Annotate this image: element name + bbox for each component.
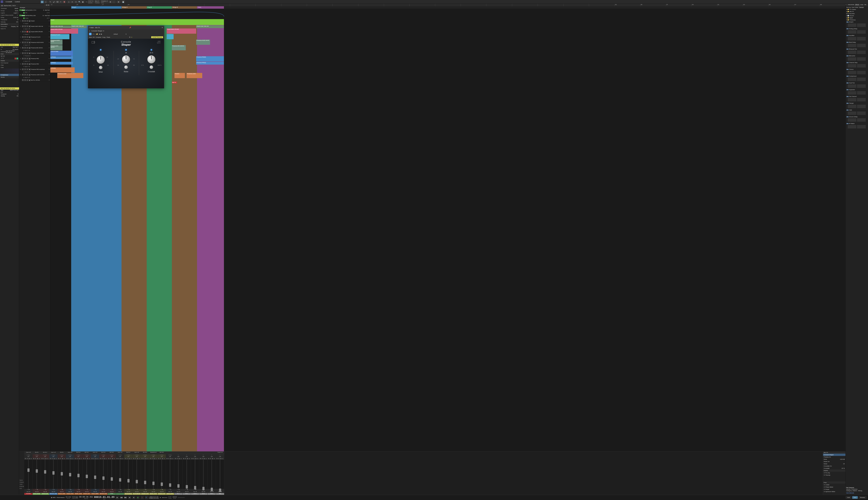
ruler-tick[interactable] — [204, 4, 230, 6]
search-tool[interactable]: 🔍 — [78, 1, 81, 3]
noise-led[interactable] — [125, 49, 127, 50]
clip[interactable]: -SUB ATOMIK — [50, 51, 73, 56]
drive-knob[interactable] — [96, 55, 105, 64]
track-input[interactable]: ⊳ Presence 3 — [19, 38, 50, 41]
marker-row[interactable]: Drop ABridge ADrop BBridge BOutro — [50, 6, 253, 9]
save-tool[interactable]: 💾 — [122, 1, 125, 3]
folder-icon[interactable]: 📁 — [96, 33, 98, 35]
clip[interactable]: Mai Ta — [172, 82, 177, 83]
insert-item[interactable]: Fat Channel — [0, 62, 19, 64]
track-row[interactable]: 11MS●◉Presence-LEAD GUITAR〰 — [19, 73, 50, 76]
drive-led[interactable] — [100, 49, 101, 50]
mute-tool[interactable]: 🔇 — [63, 1, 66, 3]
tool-a[interactable]: ⊳ — [71, 1, 74, 3]
ruler-tick[interactable] — [153, 4, 179, 6]
track-row[interactable]: 3MS●◉Impact-MAIN DRUMS〰 — [19, 30, 50, 33]
track-row[interactable]: 7MS●◉Presence- SUB ATOMIK〰 — [19, 52, 50, 55]
paste-button[interactable]: Paste — [106, 36, 110, 38]
ruler-tick[interactable]: 17 — [102, 4, 127, 6]
clip[interactable]: Impact-MAIN DRUMS — [167, 29, 196, 34]
plugin-slot[interactable]: 1 - Console Shaper▾ — [88, 29, 164, 33]
noise-small-knob[interactable] — [124, 66, 128, 69]
track-tool-icon[interactable]: ⊕ — [48, 4, 49, 6]
track-sub[interactable]: Mix11 % — [19, 12, 50, 14]
track-tool-icon[interactable]: ⊞ — [46, 4, 48, 6]
timebase-dropdown[interactable]: Bars ▾Timebase — [94, 0, 100, 4]
drive-small-knob[interactable] — [99, 66, 102, 69]
track-input[interactable]: ⊳ Input L+R — [19, 44, 50, 46]
app-name[interactable]: Crosstalk — [4, 1, 13, 3]
clip[interactable]: e-PAD(2) — [50, 62, 73, 65]
track-input[interactable]: ⊳ Input L+R — [19, 76, 50, 79]
clip[interactable]: Presence-BIG MOOG — [50, 45, 62, 50]
track-row[interactable]: MS●◉Mai Tai -GROWL〰 — [19, 79, 50, 82]
clip[interactable]: Impact — [50, 19, 224, 25]
pin-icon[interactable]: 📌 — [129, 27, 131, 29]
track-input[interactable]: ⊳ Impact 3 — [19, 33, 50, 36]
channel-row[interactable]: ChannelMai Tai-WASP ATTACK▾ — [0, 50, 19, 53]
inspector-row[interactable]: Delay0.00 ms — [0, 16, 19, 19]
clip[interactable]: Impact-MAIN DRUMS — [50, 29, 78, 34]
inspector-row[interactable]: Transpose0 — [0, 19, 19, 21]
track-input[interactable]: ⊳ Impact — [19, 22, 50, 25]
listen-tool[interactable]: ▷ — [67, 1, 70, 3]
inspector-row[interactable]: Velocity0% — [0, 21, 19, 23]
ruler[interactable]: 11151719535557596163656769 — [50, 4, 253, 6]
automation-row[interactable]: ParameterDisplay: Off — [0, 25, 19, 27]
snap-dropdown[interactable]: Adaptive ▾Snap — [101, 0, 108, 4]
preset-name[interactable]: default — [114, 33, 118, 35]
clip[interactable]: Presenc — [174, 73, 185, 78]
clip[interactable]: Presence-PAD(3) — [196, 62, 224, 65]
gear-icon[interactable]: ⚙ — [129, 36, 130, 38]
tool-d[interactable]: → — [112, 1, 115, 3]
ruler-tick[interactable] — [230, 4, 253, 6]
clip[interactable]: Presence-LEAD — [187, 73, 202, 78]
notefx-row[interactable]: Note FX — [0, 27, 19, 30]
clip[interactable]: Impact-crash rides hat — [71, 25, 87, 28]
insert-item[interactable]: Filter — [0, 64, 19, 66]
close-icon[interactable]: ✕ — [162, 27, 163, 29]
clip[interactable] — [167, 34, 174, 39]
inspector-row[interactable]: TimebaseBeats — [0, 7, 19, 10]
tool-c[interactable]: ▣ — [81, 1, 84, 3]
ruler-tick[interactable]: 11 — [50, 4, 76, 6]
compare-button[interactable]: Compare — [95, 36, 101, 38]
range-tool[interactable]: ▭ — [44, 1, 47, 3]
inspect-row[interactable]: Start00037.01.01.00 — [0, 90, 19, 91]
crosstalk-led[interactable] — [151, 49, 152, 50]
crosstalk-knob[interactable] — [147, 55, 156, 64]
track-input[interactable]: ⊳ Presence 6 — [19, 55, 50, 57]
plugin-titlebar[interactable]: + Main · Mix FX 📌 ✕ — [88, 26, 164, 29]
track-row[interactable]: 1MS●◉Impact〰 — [19, 20, 50, 22]
compressor-insert[interactable]: Compressor — [0, 74, 19, 76]
quantize-dropdown[interactable]: 1/16 T ▾Quantize — [88, 0, 94, 4]
paint-tool[interactable]: 🖌 — [52, 1, 55, 3]
copy-button[interactable]: Copy — [102, 36, 105, 38]
clip[interactable]: Presence-PAD(5) — [196, 56, 224, 61]
track-tool-icon[interactable]: ⌁ — [45, 4, 46, 6]
track-row[interactable]: 10MS●◉Presence-PAD-musicloop〰 — [19, 68, 50, 71]
crosstalk-small-knob[interactable] — [150, 66, 153, 69]
ruler-tick[interactable]: 19 — [127, 4, 153, 6]
ruler-tick[interactable] — [179, 4, 204, 6]
inspect-row[interactable]: Velocity0% — [0, 95, 19, 97]
next-icon[interactable]: ▶ — [101, 33, 102, 35]
inspect-row[interactable]: Transpose0 — [0, 93, 19, 95]
track-input[interactable]: ⊳ Input L+R — [19, 66, 50, 68]
grid-tool[interactable]: ⊞ — [117, 1, 120, 3]
ruler-tick[interactable]: 15 — [76, 4, 102, 6]
clip[interactable]: Presence-HUGE AHHS — [196, 39, 210, 45]
clip[interactable]: e-PAD(4) — [50, 56, 73, 59]
clip[interactable]: e-PAD(6) — [50, 67, 75, 72]
inspector-row[interactable]: Layers follow events✓ — [0, 14, 19, 16]
remote-badge[interactable]: UCNETRemote — [151, 36, 163, 38]
clip[interactable]: Impact-crash rides hat — [196, 25, 224, 28]
track-row[interactable]: 2MS●◉Impact-crash rides hat〰 — [19, 25, 50, 28]
sidechain-icon[interactable]: ⊙ — [92, 33, 94, 35]
arrow-tool[interactable]: ▶ — [41, 1, 44, 3]
clip[interactable]: Presence-BIG MOOG — [172, 45, 186, 50]
cut-tool[interactable]: ✂ — [59, 1, 62, 3]
snap-toggle[interactable]: ⊞ — [109, 1, 112, 3]
clip[interactable]: Presence-HUGE AHHS — [50, 39, 62, 45]
clip[interactable]: Presence-PLUCK — [50, 34, 69, 39]
